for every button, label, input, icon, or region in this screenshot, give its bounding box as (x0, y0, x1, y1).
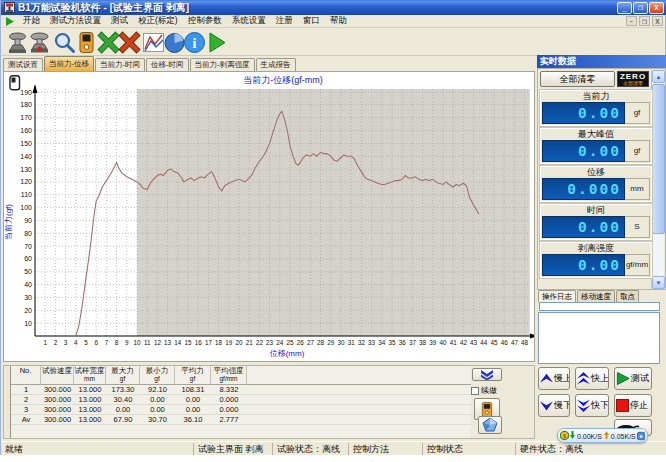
log-tab-0[interactable]: 操作日志 (538, 290, 576, 302)
tab-1[interactable]: 当前力-位移 (44, 56, 94, 71)
menu-item-2[interactable]: 测试 (106, 15, 133, 27)
column-name: 试样宽度 (74, 367, 105, 375)
zero-all-button[interactable]: 全部清零 (540, 71, 615, 87)
svg-text:37: 37 (409, 339, 417, 346)
export-button[interactable] (478, 416, 502, 434)
stop-button[interactable]: 停止 (614, 394, 652, 417)
log-list[interactable] (538, 312, 660, 364)
toolbar-button-datacard[interactable] (74, 30, 98, 54)
app-icon (4, 2, 15, 13)
fast-up-button[interactable]: 快上 (575, 367, 609, 390)
tab-3[interactable]: 位移-时间 (146, 58, 189, 71)
scroll-down-icon[interactable]: ▼ (652, 276, 665, 289)
coin-icon: $ (560, 430, 569, 441)
scroll-up-icon[interactable]: ▲ (652, 70, 665, 83)
toolbar-button-info[interactable]: i (182, 30, 206, 54)
force-displacement-chart: 1020304050607080901001101201301401501601… (4, 72, 534, 361)
fast-down-button[interactable]: 快下 (575, 394, 609, 417)
column-unit: gf (175, 375, 210, 383)
control-label: 快上 (591, 372, 609, 385)
probe-icon (9, 75, 21, 91)
svg-text:4: 4 (74, 339, 78, 346)
toolbar-button-tester-alarm[interactable] (27, 30, 51, 54)
svg-text:9: 9 (125, 339, 129, 346)
status-segment-4: 控制状态 (423, 443, 516, 455)
toolbar-button-run[interactable] (204, 30, 228, 54)
collapse-button[interactable] (472, 368, 502, 381)
tab-0[interactable]: 测试设置 (3, 58, 43, 71)
svg-text:20: 20 (24, 307, 32, 314)
column-name: 最大力 (106, 367, 139, 375)
minimize-button[interactable]: _ (617, 2, 632, 14)
toolbar-button-tester[interactable] (5, 30, 29, 54)
zero-led-button[interactable]: ZERO 全部清零 (617, 71, 649, 87)
log-input[interactable] (539, 302, 660, 311)
test-button[interactable]: 测试 (614, 367, 652, 390)
splitter-strip[interactable] (4, 366, 11, 438)
network-speed-widget[interactable]: $ 0.00K/S 0.05K/S e (557, 428, 648, 443)
menu-item-3[interactable]: 校正(标定) (133, 15, 183, 27)
svg-text:130: 130 (20, 166, 32, 173)
mdi-close-button[interactable]: x (652, 16, 663, 26)
cell: 2 (11, 395, 41, 405)
realtime-group-2: 位移0.000mm (540, 166, 652, 202)
control-label: 慢上 (554, 372, 570, 385)
tab-4[interactable]: 当前力-剥离强度 (190, 58, 255, 71)
column-name: 试验速度 (41, 367, 73, 375)
scrollbar[interactable]: ▲ ▼ (651, 70, 664, 289)
realtime-unit: S (625, 216, 650, 238)
run-icon (205, 31, 228, 54)
realtime-unit: gf/mm (625, 254, 650, 276)
svg-text:150: 150 (20, 140, 32, 147)
close-button[interactable]: x (649, 2, 664, 14)
tab-5[interactable]: 生成报告 (256, 58, 296, 71)
chart-ylabel: 当前力(gf) (4, 204, 13, 240)
status-bar: 就绪试验主界面 剥离试验状态：离线控制方法控制状态硬件状态：离线 (1, 441, 666, 455)
mdi-minimize-button[interactable]: - (626, 16, 637, 26)
cell: 0.00 (106, 405, 140, 415)
menu-item-7[interactable]: 窗口 (298, 15, 325, 27)
log-tab-2[interactable]: 取点 (616, 290, 639, 302)
svg-text:32: 32 (358, 339, 366, 346)
menu-item-1[interactable]: 测试方法设置 (45, 15, 106, 27)
slow-up-button[interactable]: 慢上 (538, 367, 570, 390)
svg-text:24: 24 (276, 339, 284, 346)
table-row-1[interactable]: 2300.00013.00030.400.000.000.000 (11, 395, 471, 405)
table-row-3[interactable]: Av300.00013.00067.9030.7036.102.777 (11, 415, 471, 425)
toolbar-button-magnifier[interactable] (52, 30, 76, 54)
svg-text:110: 110 (21, 191, 32, 198)
svg-text:5: 5 (84, 339, 88, 346)
checkbox-label: 续做 (481, 385, 497, 396)
realtime-panel-body: 全部清零 ZERO 全部清零 ▲ ▼ 当前力0.00gf最大峰值0.00gf位移… (537, 68, 666, 290)
tester-alarm-icon (28, 31, 51, 54)
play-icon (616, 372, 630, 385)
svg-text:30: 30 (337, 339, 345, 346)
column-header-2: 试样宽度mm (74, 366, 106, 385)
cell: 0.000 (211, 395, 247, 405)
menu-item-0[interactable]: 开始 (18, 15, 45, 27)
mdi-restore-button[interactable]: ❐ (639, 16, 650, 26)
slow-down-button[interactable]: 慢下 (538, 394, 570, 417)
toolbar-button-clear-red[interactable] (117, 30, 141, 54)
tab-2[interactable]: 当前力-时间 (95, 58, 145, 71)
svg-text:8: 8 (115, 339, 119, 346)
scroll-thumb[interactable] (652, 84, 665, 234)
checkbox-box[interactable] (471, 387, 479, 395)
cell: 13.000 (74, 385, 106, 395)
menu-item-8[interactable]: 帮助 (325, 15, 352, 27)
menu-item-4[interactable]: 控制参数 (183, 15, 227, 27)
column-name: 最小力 (140, 367, 174, 375)
cell: 13.000 (74, 415, 106, 425)
results-table: No.试验速度试样宽度mm最大力gf最小力gf平均力gf平均强度gf/mm130… (11, 366, 471, 438)
maximize-button[interactable]: ❐ (633, 2, 648, 14)
continue-checkbox[interactable]: 续做 (471, 385, 497, 396)
down-arrow-icon (570, 431, 575, 439)
datacard-icon (480, 401, 494, 418)
table-row-0[interactable]: 1300.00013.000173.3092.10108.318.332 (11, 385, 471, 395)
menu-item-5[interactable]: 系统设置 (227, 15, 271, 27)
results-panel: No.试验速度试样宽度mm最大力gf最小力gf平均力gf平均强度gf/mm130… (3, 365, 535, 439)
log-tab-1[interactable]: 移动速度 (577, 290, 615, 302)
menu-item-6[interactable]: 注册 (271, 15, 298, 27)
cell: 8.332 (211, 385, 247, 395)
table-row-2[interactable]: 3300.00013.0000.000.000.000.000 (11, 405, 471, 415)
